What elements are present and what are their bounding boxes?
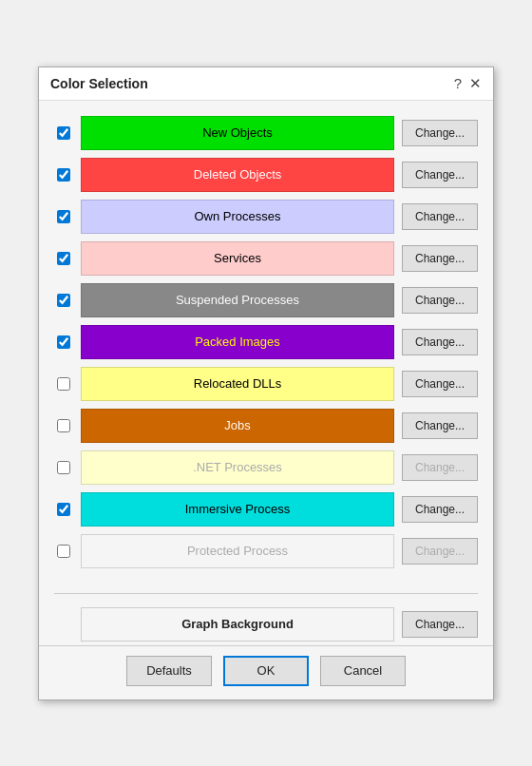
divider [54,593,478,594]
color-label-suspended-processes: Suspended Processes [81,283,394,317]
change-btn-new-objects[interactable]: Change... [402,120,478,146]
checkbox-wrap-own-processes [54,210,73,223]
checkbox-jobs[interactable] [57,419,70,432]
row-own-processes: Own ProcessesChange... [54,196,478,238]
defaults-button[interactable]: Defaults [126,656,212,686]
checkbox-wrap-relocated-dlls [54,377,73,391]
checkbox-deleted-objects[interactable] [57,168,70,182]
graph-background-row: Graph Background Change... [54,603,478,645]
color-label-protected-process: Protected Process [81,534,394,568]
color-label-jobs: Jobs [81,409,394,443]
help-button[interactable]: ? [454,75,462,91]
footer: Defaults OK Cancel [39,645,493,699]
change-btn-deleted-objects[interactable]: Change... [402,162,478,188]
change-btn-packed-images[interactable]: Change... [402,329,478,355]
close-button[interactable]: ✕ [469,75,482,92]
checkbox-wrap-suspended-processes [54,294,73,307]
rows-container: New ObjectsChange...Deleted ObjectsChang… [39,101,493,584]
row-immersive-process: Immersive ProcessChange... [54,488,478,530]
color-label-deleted-objects: Deleted Objects [81,158,394,192]
color-label-new-objects: New Objects [81,116,394,150]
color-label-services: Services [81,241,394,276]
row-new-objects: New ObjectsChange... [54,112,478,154]
checkbox-services[interactable] [57,252,70,265]
checkbox-suspended-processes[interactable] [57,294,70,307]
ok-button[interactable]: OK [223,656,309,686]
row-protected-process: Protected ProcessChange... [54,530,478,572]
color-label-net-processes: .NET Processes [81,450,394,485]
checkbox-wrap-packed-images [54,335,73,349]
row-services: ServicesChange... [54,238,478,279]
color-label-own-processes: Own Processes [81,200,394,234]
change-btn-immersive-process[interactable]: Change... [402,496,478,523]
checkbox-wrap-services [54,252,73,265]
checkbox-net-processes[interactable] [57,461,70,474]
graph-background-label: Graph Background [81,607,394,642]
color-label-immersive-process: Immersive Process [81,492,394,527]
row-jobs: JobsChange... [54,405,478,447]
dialog-title: Color Selection [50,76,148,91]
color-label-relocated-dlls: Relocated DLLs [81,367,394,401]
change-btn-services[interactable]: Change... [402,245,478,272]
checkbox-wrap-protected-process [54,545,73,558]
cancel-button[interactable]: Cancel [320,656,406,686]
checkbox-wrap-net-processes [54,461,73,474]
graph-background-change-btn[interactable]: Change... [402,611,478,638]
color-selection-dialog: Color Selection ? ✕ New ObjectsChange...… [38,67,494,700]
checkbox-own-processes[interactable] [57,210,70,223]
change-btn-own-processes[interactable]: Change... [402,203,478,230]
change-btn-protected-process: Change... [402,538,478,565]
change-btn-net-processes: Change... [402,454,478,481]
checkbox-wrap-new-objects [54,126,73,140]
checkbox-protected-process[interactable] [57,545,70,558]
row-suspended-processes: Suspended ProcessesChange... [54,279,478,321]
checkbox-new-objects[interactable] [57,126,70,140]
change-btn-relocated-dlls[interactable]: Change... [402,371,478,397]
color-label-packed-images: Packed Images [81,325,394,359]
checkbox-wrap-deleted-objects [54,168,73,182]
row-packed-images: Packed ImagesChange... [54,321,478,363]
change-btn-suspended-processes[interactable]: Change... [402,287,478,314]
row-net-processes: .NET ProcessesChange... [54,447,478,488]
checkbox-wrap-jobs [54,419,73,432]
checkbox-packed-images[interactable] [57,335,70,349]
change-btn-jobs[interactable]: Change... [402,412,478,439]
checkbox-wrap-immersive-process [54,503,73,516]
title-bar-controls: ? ✕ [454,75,482,92]
row-relocated-dlls: Relocated DLLsChange... [54,363,478,405]
checkbox-immersive-process[interactable] [57,503,70,516]
row-deleted-objects: Deleted ObjectsChange... [54,154,478,196]
checkbox-relocated-dlls[interactable] [57,377,70,391]
title-bar: Color Selection ? ✕ [39,67,493,101]
